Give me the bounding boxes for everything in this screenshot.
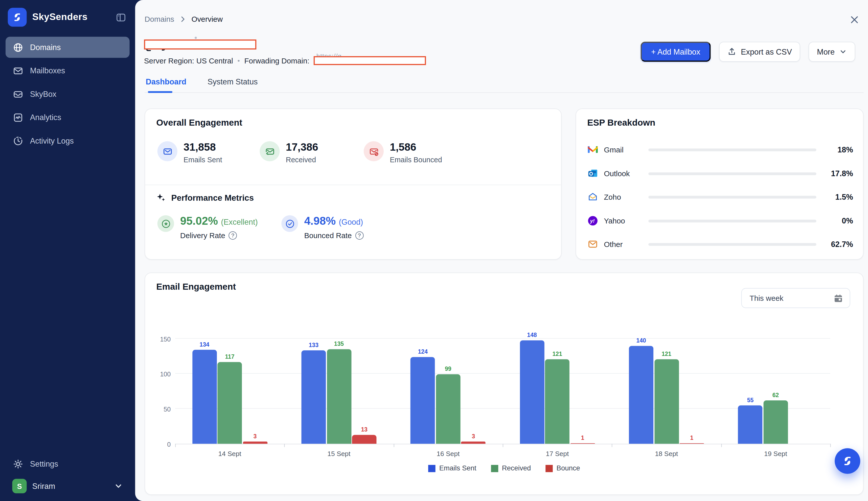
stat-value: 1,586: [390, 141, 442, 153]
brand-row: SkySenders: [0, 0, 135, 33]
skysenders-fab-button[interactable]: [835, 448, 860, 474]
overall-engagement-card: Overall Engagement 31,858 Emails Sent: [144, 108, 562, 259]
chart-bar-bounce: [243, 441, 267, 444]
x-axis-label: 15 Sept: [285, 450, 394, 458]
metric-qualifier: (Excellent): [221, 217, 258, 226]
x-axis-tick: [831, 444, 831, 447]
sidebar-item-settings[interactable]: Settings: [6, 453, 130, 475]
bar-value-label: 121: [650, 350, 683, 357]
legend-item-emails-sent: Emails Sent: [428, 464, 476, 472]
stat-emails-sent: 31,858 Emails Sent: [158, 141, 222, 164]
obscured-url-fragment: https://g: [317, 53, 342, 56]
redacted-text-fragment: [195, 37, 197, 39]
help-icon[interactable]: ?: [228, 231, 237, 239]
outlook-icon: [587, 168, 598, 179]
sidebar-item-analytics[interactable]: Analytics: [6, 107, 130, 128]
gridline: [175, 373, 831, 374]
esp-name: Yahoo: [604, 217, 645, 225]
legend-swatch: [428, 465, 436, 472]
user-menu[interactable]: S Sriram: [6, 475, 130, 493]
sidebar-item-label: SkyBox: [30, 89, 56, 98]
legend-swatch: [491, 465, 498, 472]
yahoo-icon: y!: [587, 215, 598, 226]
clock-history-icon: [12, 135, 23, 146]
card-divider: [145, 184, 561, 185]
tab-dashboard[interactable]: Dashboard: [144, 73, 187, 92]
breadcrumb-domains[interactable]: Domains: [144, 15, 174, 23]
tab-bar: Dashboard System Status: [144, 73, 864, 93]
sidebar: SkySenders Domains: [0, 0, 135, 501]
x-axis-tick: [285, 444, 285, 447]
sidebar-item-label: Domains: [30, 43, 61, 52]
sidebar-item-domains[interactable]: Domains: [6, 37, 130, 58]
x-axis-tick: [394, 444, 394, 447]
x-axis-tick: [175, 444, 176, 447]
esp-progress-track: [649, 220, 816, 222]
sidebar-item-skybox[interactable]: SkyBox: [6, 83, 130, 105]
chart-bar-received: [545, 359, 569, 444]
email-engagement-card: Email Engagement This week 05010015014 S…: [144, 273, 864, 495]
gmail-icon: [587, 144, 598, 155]
svg-text:y!: y!: [590, 218, 595, 224]
esp-row-other: Other 62.7%: [587, 238, 853, 250]
stat-label: Emails Sent: [183, 156, 222, 164]
sidebar-item-label: Activity Logs: [30, 136, 74, 145]
metric-label: Bounced Rate: [304, 231, 352, 239]
sidebar-nav: Domains Mailboxes SkyBox: [0, 33, 135, 155]
esp-percentage: 18%: [825, 145, 853, 154]
chart-bar-bounce: [679, 443, 704, 444]
legend-label: Received: [502, 464, 531, 472]
tab-system-status[interactable]: System Status: [206, 73, 259, 92]
esp-breakdown-card: ESP Breakdown Gmail 18%: [576, 108, 864, 259]
zoho-icon: [587, 191, 598, 202]
server-region-label: Server Region:: [144, 56, 194, 65]
x-axis-tick: [503, 444, 503, 447]
date-range-select[interactable]: This week: [741, 288, 850, 308]
sidebar-item-label: Mailboxes: [30, 66, 65, 75]
tab-dashboard-label: Dashboard: [146, 77, 186, 86]
x-axis-label: 14 Sept: [175, 450, 285, 458]
more-label: More: [817, 47, 835, 56]
legend-item-bounce: Bounce: [546, 464, 580, 472]
legend-label: Bounce: [557, 464, 580, 472]
export-csv-button[interactable]: Export as CSV: [719, 42, 800, 62]
redaction-box-forwarding-domain: [314, 56, 426, 65]
sidebar-item-activity-logs[interactable]: Activity Logs: [6, 130, 130, 151]
esp-name: Other: [604, 240, 645, 248]
bar-value-label: 124: [406, 348, 440, 355]
more-button[interactable]: More: [808, 42, 855, 62]
bar-value-label: 3: [457, 433, 490, 439]
emails-bounced-icon: [364, 141, 384, 161]
esp-row-outlook: Outlook 17.8%: [587, 168, 853, 179]
chart-bar-bounce: [570, 443, 595, 444]
metric-value: 4.98%: [304, 215, 336, 227]
add-mailbox-button[interactable]: + Add Mailbox: [641, 42, 711, 62]
sidebar-item-mailboxes[interactable]: Mailboxes: [6, 60, 130, 82]
card-title: Email Engagement: [156, 282, 236, 292]
close-icon[interactable]: [847, 12, 861, 26]
forwarding-domain-label: Forwading Domain:: [244, 56, 309, 65]
help-icon[interactable]: ?: [355, 231, 364, 239]
envelope-icon: [12, 65, 23, 76]
esp-row-gmail: Gmail 18%: [587, 144, 853, 155]
x-axis-label: 17 Sept: [503, 450, 612, 458]
chevron-down-icon: [839, 48, 847, 56]
esp-percentage: 0%: [825, 216, 853, 225]
stat-received: 17,386 Received: [260, 141, 318, 164]
chart-plot: 05010015014 Sept15 Sept16 Sept17 Sept18 …: [175, 339, 831, 444]
metric-value: 95.02%: [180, 215, 218, 227]
gridline: [175, 408, 831, 409]
sidebar-item-label: Settings: [30, 459, 58, 468]
sidebar-item-label: Analytics: [30, 113, 61, 122]
chart-bar-received: [763, 401, 788, 444]
export-icon: [728, 47, 736, 56]
sidebar-collapse-icon[interactable]: [114, 11, 127, 24]
esp-name: Outlook: [604, 169, 645, 178]
other-mail-icon: [587, 238, 598, 250]
y-axis-label: 100: [148, 371, 171, 377]
brand-name: SkySenders: [32, 12, 108, 23]
stat-emails-bounced: 1,586 Emails Bounced: [364, 141, 442, 164]
bar-value-label: 1: [675, 434, 708, 441]
legend-item-received: Received: [491, 464, 531, 472]
metric-bounced-rate: 4.98% (Good) Bounced Rate ?: [281, 214, 364, 239]
